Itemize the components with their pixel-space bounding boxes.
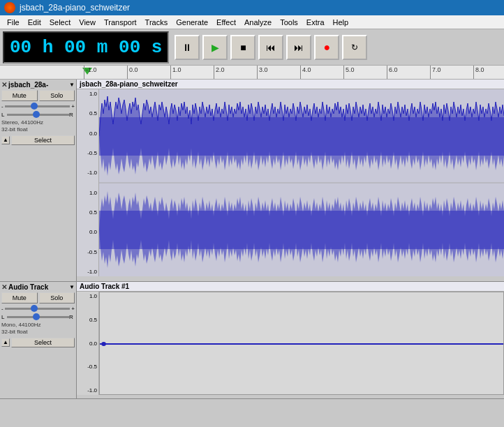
track2-waveform-area[interactable]: Audio Track #1 1.0 0.5 0.0 -0.5 -1.0 <box>77 282 504 398</box>
menu-extra[interactable]: Extra <box>302 17 329 28</box>
track1-y-n05: -0.5 <box>78 150 97 156</box>
track2-info: Mono, 44100Hz32-bit float <box>1 322 75 336</box>
menu-analyze[interactable]: Analyze <box>240 17 276 28</box>
track1-y-0-top: 0.0 <box>78 130 97 137</box>
record-button[interactable]: ● <box>314 35 339 60</box>
track2-solo-button[interactable]: Solo <box>39 292 75 304</box>
track2-y-n1: -1.0 <box>78 387 97 394</box>
track2-waveform-svg-container[interactable] <box>99 292 504 395</box>
track1-controls: ✕ jsbach_28a- ▼ Mute Solo - + L R Stereo… <box>0 80 77 281</box>
ruler-mark-2: 1.0 <box>170 66 214 80</box>
track2-pan-right-label: R <box>69 314 75 320</box>
track2-dropdown-button[interactable]: ▼ <box>69 284 75 290</box>
track1-solo-button[interactable]: Solo <box>39 90 75 101</box>
track2-waveform-title: Audio Track #1 <box>77 282 504 292</box>
track1-gain-min: - <box>1 103 3 110</box>
track1-container: ✕ jsbach_28a- ▼ Mute Solo - + L R Stereo… <box>0 80 504 282</box>
track2-select-row: ▲ Select <box>1 338 75 347</box>
skip-forward-button[interactable]: ⏭ <box>286 35 311 60</box>
track1-gain-max: + <box>71 103 75 110</box>
track2-close-button[interactable]: ✕ <box>1 283 7 291</box>
ruler-marks: -1.0 0.0 1.0 2.0 3.0 4.0 5.0 6.0 7.0 8.0… <box>84 66 504 80</box>
ruler-mark-6: 5.0 <box>343 66 387 80</box>
skip-back-button[interactable]: ⏮ <box>258 35 283 60</box>
track2-controls: ✕ Audio Track ▼ Mute Solo - + L R Mono, … <box>0 282 77 398</box>
time-display: 00 h 00 m 00 s <box>3 31 169 63</box>
track1-gain-row: - + <box>1 103 75 110</box>
menu-effect[interactable]: Effect <box>212 17 240 28</box>
track2-y-05: 0.5 <box>78 317 97 323</box>
menu-edit[interactable]: Edit <box>24 17 45 28</box>
track1-y-05: 0.5 <box>78 110 97 117</box>
track1-gain-slider[interactable] <box>5 103 71 110</box>
track1-expand-button[interactable]: ▲ <box>1 136 10 144</box>
track2-gain-row: - + <box>1 305 75 312</box>
track1-y-1b: 1.0 <box>78 190 97 196</box>
track1-pan-right-label: R <box>69 112 75 118</box>
menu-tools[interactable]: Tools <box>276 17 302 28</box>
time-value: 00 h 00 m 00 s <box>10 37 162 58</box>
menu-transport[interactable]: Transport <box>100 17 141 28</box>
ruler-mark-4: 3.0 <box>257 66 300 80</box>
menu-file[interactable]: File <box>3 17 24 28</box>
track2-gain-min: - <box>1 306 3 312</box>
menu-select[interactable]: Select <box>45 17 75 28</box>
menu-generate[interactable]: Generate <box>172 17 212 28</box>
track2-select-button[interactable]: Select <box>11 338 75 347</box>
track2-mute-solo: Mute Solo <box>1 292 75 304</box>
track1-dropdown-button[interactable]: ▼ <box>69 82 75 88</box>
track2-pan-slider[interactable] <box>7 313 69 320</box>
track1-y-05b: 0.5 <box>78 209 97 216</box>
track2-y-n05: -0.5 <box>78 364 97 370</box>
track1-pan-left-label: L <box>1 112 7 118</box>
track1-y-1: 1.0 <box>78 91 97 97</box>
ruler-mark-7: 6.0 <box>387 66 430 80</box>
track2-container: ✕ Audio Track ▼ Mute Solo - + L R Mono, … <box>0 282 504 399</box>
track2-gain-slider[interactable] <box>5 305 71 312</box>
ruler-mark-0: -1.0 <box>84 66 127 80</box>
track1-name: jsbach_28a- <box>8 81 69 89</box>
track1-y-n05b: -0.5 <box>78 249 97 255</box>
loop-button[interactable]: ↻ <box>342 35 367 60</box>
title-bar: jsbach_28a-piano_schweitzer <box>0 0 504 15</box>
track1-select-button[interactable]: Select <box>11 135 75 145</box>
track1-y-0-bot: 0.0 <box>78 229 97 235</box>
menu-tracks[interactable]: Tracks <box>141 17 172 28</box>
app-icon <box>4 2 15 13</box>
track2-waveform-svg <box>100 292 503 395</box>
ruler-mark-8: 7.0 <box>430 66 473 80</box>
track2-y-axis: 1.0 0.5 0.0 -0.5 -1.0 <box>77 292 99 395</box>
track1-info: Stereo, 44100Hz32-bit float <box>1 119 75 134</box>
track1-waveform-area[interactable]: jsbach_28a-piano_schweitzer 1.0 0.5 0.0 … <box>77 80 504 281</box>
track1-waveform-title: jsbach_28a-piano_schweitzer <box>77 80 504 89</box>
track1-mute-button[interactable]: Mute <box>1 90 38 101</box>
play-button[interactable]: ▶ <box>202 35 228 60</box>
track1-waveform-svg <box>99 89 504 276</box>
track2-pan-left-label: L <box>1 314 7 320</box>
track1-pan-slider[interactable] <box>7 111 69 118</box>
track2-y-0: 0.0 <box>78 340 97 347</box>
timeline-ruler: -1.0 0.0 1.0 2.0 3.0 4.0 5.0 6.0 7.0 8.0… <box>0 66 504 80</box>
menu-view[interactable]: View <box>75 17 100 28</box>
track2-name: Audio Track <box>8 283 69 291</box>
ruler-mark-1: 0.0 <box>127 66 170 80</box>
ruler-mark-5: 4.0 <box>300 66 343 80</box>
track1-y-n1b: -1.0 <box>78 269 97 275</box>
track2-gain-max: + <box>71 306 75 312</box>
track2-header: ✕ Audio Track ▼ <box>1 283 75 291</box>
track1-pan-thumb <box>33 111 40 118</box>
track1-mute-solo: Mute Solo <box>1 90 75 101</box>
stop-button[interactable]: ■ <box>230 35 255 60</box>
track1-pan-row: L R <box>1 111 75 118</box>
track2-mute-button[interactable]: Mute <box>1 292 38 304</box>
track2-expand-button[interactable]: ▲ <box>1 338 10 347</box>
title-bar-text: jsbach_28a-piano_schweitzer <box>20 3 130 13</box>
track2-pan-row: L R <box>1 313 75 320</box>
track1-select-row: ▲ Select <box>1 135 75 145</box>
menu-help[interactable]: Help <box>329 17 353 28</box>
transport-buttons: ⏸ ▶ ■ ⏮ ⏭ ● ↻ <box>175 35 367 60</box>
track1-waveform-svg-container[interactable] <box>99 89 504 276</box>
ruler-mark-9: 8.0 <box>473 66 504 80</box>
track1-close-button[interactable]: ✕ <box>1 81 7 89</box>
pause-button[interactable]: ⏸ <box>175 35 200 60</box>
